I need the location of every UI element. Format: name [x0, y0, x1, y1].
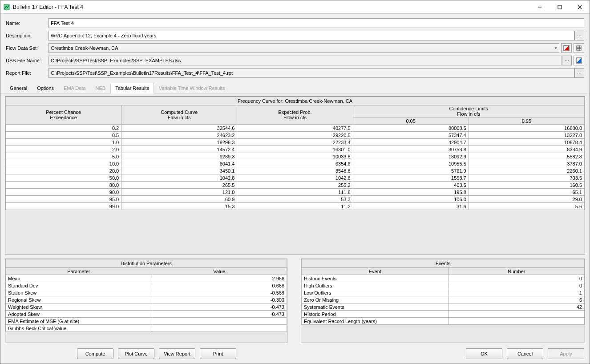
print-button[interactable]: Print: [200, 348, 236, 359]
table-cell: 13227.0: [469, 132, 584, 139]
table-cell: Equivalent Record Length (years): [302, 318, 449, 325]
reportfile-input[interactable]: [48, 68, 574, 78]
table-row[interactable]: Grubbs-Beck Critical Value: [6, 325, 287, 332]
table-row[interactable]: Zero Or Missing6: [302, 296, 585, 303]
editor-window: Bulletin 17 Editor - FFA Test 4 Name: De…: [0, 0, 590, 364]
table-row[interactable]: 20.03450.13548.85761.92260.1: [6, 167, 585, 174]
table-row[interactable]: Equivalent Record Length (years): [302, 318, 585, 325]
dssfile-input[interactable]: [48, 56, 562, 65]
table-cell: 29220.5: [237, 132, 353, 139]
table-row[interactable]: 99.015.311.231.65.6: [6, 203, 585, 210]
flowdataset-value: Orestimba Creek-Newman, CA: [51, 45, 118, 51]
table-row[interactable]: Weighted Skew-0.473: [6, 303, 287, 311]
header-c095: 0.95: [469, 117, 584, 125]
table-cell: 14572.4: [121, 146, 237, 153]
table-row[interactable]: 5.09289.310033.818092.95582.8: [6, 153, 585, 160]
events-table[interactable]: Event Number Historic Events0High Outlie…: [301, 267, 585, 325]
table-icon-button[interactable]: [574, 43, 584, 53]
table-cell: 16880.0: [469, 125, 584, 132]
table-cell: Adopted Skew: [6, 311, 152, 318]
tab-options[interactable]: Options: [32, 83, 59, 93]
table-row[interactable]: Mean2.966: [6, 275, 287, 282]
table-cell: 1042.8: [121, 174, 237, 182]
table-row[interactable]: Historic Period: [302, 311, 585, 318]
table-cell: 24623.2: [121, 132, 237, 139]
table-cell: 1558.7: [353, 174, 469, 182]
table-row[interactable]: Historic Events0: [302, 275, 585, 282]
events-col-number: Number: [449, 268, 584, 275]
events-panel: Events Event Number Historic Events0High…: [301, 259, 585, 343]
table-cell: Zero Or Missing: [302, 296, 449, 303]
table-cell: 80008.5: [353, 125, 469, 132]
reportfile-browse-button[interactable]: ⋯: [574, 68, 584, 78]
table-row[interactable]: Station Skew-0.568: [6, 289, 287, 296]
table-row[interactable]: 80.0265.5255.2403.5160.5: [6, 182, 585, 189]
table-cell: 1042.8: [237, 174, 353, 182]
table-row[interactable]: 95.060.953.3106.029.0: [6, 196, 585, 203]
maximize-button[interactable]: [550, 0, 570, 14]
table-row[interactable]: Standard Dev0.668: [6, 282, 287, 289]
table-cell: 80.0: [6, 182, 121, 189]
table-cell: 6041.4: [121, 160, 237, 167]
svg-marker-5: [564, 46, 569, 50]
button-bar: Compute Plot Curve View Report Print OK …: [0, 345, 590, 364]
table-row[interactable]: 1.019296.322233.442904.710678.4: [6, 139, 585, 146]
table-row[interactable]: Low Outliers1: [302, 289, 585, 296]
table-row[interactable]: Regional Skew-0.300: [6, 296, 287, 303]
frequency-table[interactable]: Percent ChanceExceedance Computed CurveF…: [5, 105, 585, 210]
table-cell: 1: [449, 289, 584, 296]
description-input[interactable]: [48, 31, 574, 40]
plot-icon-button[interactable]: [561, 43, 572, 53]
view-report-button[interactable]: View Report: [159, 348, 195, 359]
table-row[interactable]: High Outliers0: [302, 282, 585, 289]
table-cell: 6: [449, 296, 584, 303]
table-cell: Historic Events: [302, 275, 449, 282]
table-row[interactable]: 90.0121.0111.6195.865.1: [6, 189, 585, 196]
ok-button[interactable]: OK: [466, 348, 502, 359]
description-browse-button[interactable]: ⋯: [574, 31, 584, 40]
svg-marker-12: [577, 58, 581, 63]
tab-neb: NEB: [91, 83, 111, 93]
table-cell: 3450.1: [121, 167, 237, 174]
table-row[interactable]: Adopted Skew-0.473: [6, 311, 287, 318]
table-row[interactable]: 2.014572.416301.030753.88334.9: [6, 146, 585, 153]
flowdataset-select[interactable]: Orestimba Creek-Newman, CA ▾: [48, 43, 559, 53]
plot-curve-button[interactable]: Plot Curve: [118, 348, 154, 359]
name-input[interactable]: [48, 18, 584, 28]
svg-rect-0: [4, 4, 9, 10]
app-icon: [3, 4, 10, 11]
flowdataset-label: Flow Data Set:: [6, 45, 48, 51]
table-cell: 121.0: [121, 189, 237, 196]
table-cell: 5.6: [469, 203, 584, 210]
window-title: Bulletin 17 Editor - FFA Test 4: [13, 4, 529, 10]
tab-tabular-results[interactable]: Tabular Results: [110, 83, 154, 93]
close-button[interactable]: [570, 0, 590, 14]
table-row[interactable]: 0.524623.229220.557347.413227.0: [6, 132, 585, 139]
table-cell: 111.6: [237, 189, 353, 196]
distribution-table[interactable]: Parameter Value Mean2.966Standard Dev0.6…: [5, 267, 287, 332]
table-row[interactable]: 0.232544.640277.580008.516880.0: [6, 125, 585, 132]
table-cell: 255.2: [237, 182, 353, 189]
table-row[interactable]: 50.01042.81042.81558.7703.5: [6, 174, 585, 182]
cancel-button[interactable]: Cancel: [507, 348, 543, 359]
table-cell: [152, 325, 287, 332]
table-cell: 50.0: [6, 174, 121, 182]
table-cell: -0.473: [152, 311, 287, 318]
minimize-button[interactable]: [529, 0, 550, 14]
compute-button[interactable]: Compute: [77, 348, 113, 359]
dssfile-label: DSS File Name:: [6, 58, 48, 63]
table-cell: Low Outliers: [302, 289, 449, 296]
dss-plot-icon-button[interactable]: [574, 56, 584, 65]
tab-general[interactable]: General: [5, 83, 32, 93]
table-cell: 5.0: [6, 153, 121, 160]
table-row[interactable]: EMA Estimate of MSE (G at-site): [6, 318, 287, 325]
header-percent-chance: Percent ChanceExceedance: [6, 105, 121, 125]
table-row[interactable]: Systematic Events42: [302, 303, 585, 311]
dssfile-browse-button[interactable]: ⋯: [562, 56, 572, 65]
distribution-caption: Distribution Parameters: [5, 259, 287, 267]
table-cell: 32544.6: [121, 125, 237, 132]
table-cell: High Outliers: [302, 282, 449, 289]
table-cell: 65.1: [469, 189, 584, 196]
table-cell: Weighted Skew: [6, 303, 152, 311]
table-row[interactable]: 10.06041.46354.610955.53787.0: [6, 160, 585, 167]
